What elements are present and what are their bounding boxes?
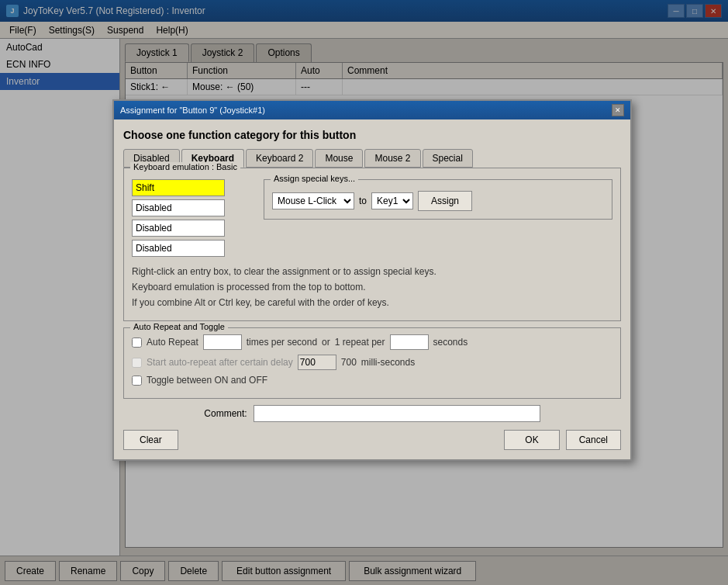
- times-per-second-input[interactable]: [203, 334, 242, 350]
- auto-repeat-group: Auto Repeat and Toggle Auto Repeat times…: [123, 327, 621, 399]
- assign-special-legend: Assign special keys...: [271, 174, 358, 183]
- modal-title-bar: Assignment for "Button 9" (Joystick#1) ✕: [114, 101, 630, 119]
- modal-heading: Choose one function category for this bu…: [123, 129, 621, 141]
- modal-close-button[interactable]: ✕: [612, 104, 624, 116]
- ok-button[interactable]: OK: [504, 430, 559, 450]
- cancel-button[interactable]: Cancel: [566, 430, 621, 450]
- ms-value: 700: [341, 357, 357, 368]
- comment-row: Comment:: [123, 405, 621, 422]
- key-slot-3[interactable]: [132, 220, 225, 237]
- start-delay-row: Start auto-repeat after certain delay 70…: [132, 355, 612, 370]
- info-line-3: If you combine Alt or Ctrl key, be caref…: [132, 297, 612, 308]
- kb-emulation-legend: Keyboard emulation : Basic: [130, 162, 240, 171]
- toggle-checkbox[interactable]: [132, 376, 142, 386]
- or-label: or: [322, 337, 330, 348]
- auto-repeat-label: Auto Repeat: [147, 337, 198, 348]
- info-line-1: Right-click an entry box, to clear the a…: [132, 266, 612, 277]
- auto-repeat-checkbox[interactable]: [132, 338, 142, 348]
- key-slot-1[interactable]: [132, 179, 225, 196]
- clear-button[interactable]: Clear: [123, 430, 178, 450]
- start-delay-label: Start auto-repeat after certain delay: [147, 357, 293, 368]
- tab-mouse2[interactable]: Mouse 2: [364, 149, 420, 168]
- key1-select[interactable]: Mouse L-Click Mouse R-Click Mouse M-Clic…: [272, 192, 354, 209]
- to-label: to: [359, 196, 367, 206]
- key-slot-4[interactable]: [132, 240, 225, 257]
- key-slots: [132, 179, 225, 257]
- key-slot-2[interactable]: [132, 199, 225, 216]
- assign-special-group: Assign special keys... Mouse L-Click Mou…: [264, 179, 612, 220]
- toggle-row: Toggle between ON and OFF: [132, 375, 612, 386]
- repeat-per-label: 1 repeat per: [335, 337, 385, 348]
- key2-select[interactable]: Key1 Key2 Key3: [371, 192, 413, 209]
- ms-input: [298, 355, 336, 370]
- repeat-per-input[interactable]: [390, 334, 429, 350]
- comment-input[interactable]: [254, 405, 540, 422]
- modal-button-row: Clear OK Cancel: [123, 430, 621, 450]
- assignment-modal: Assignment for "Button 9" (Joystick#1) ✕…: [112, 99, 632, 461]
- times-per-second-label: times per second: [247, 337, 317, 348]
- modal-content: Choose one function category for this bu…: [114, 119, 630, 459]
- kb-emulation-group: Keyboard emulation : Basic Assign specia…: [123, 168, 621, 321]
- tab-special[interactable]: Special: [423, 149, 473, 168]
- seconds-label: seconds: [433, 337, 468, 348]
- start-delay-checkbox[interactable]: [132, 358, 142, 368]
- modal-overlay: Assignment for "Button 9" (Joystick#1) ✕…: [0, 0, 728, 585]
- tab-keyboard2[interactable]: Keyboard 2: [246, 149, 313, 168]
- auto-repeat-legend: Auto Repeat and Toggle: [130, 322, 228, 331]
- comment-label: Comment:: [204, 408, 247, 419]
- auto-repeat-row: Auto Repeat times per second or 1 repeat…: [132, 334, 612, 350]
- milli-seconds-label: milli-seconds: [361, 357, 415, 368]
- info-line-2: Keyboard emulation is processed from the…: [132, 282, 612, 292]
- assign-button[interactable]: Assign: [418, 191, 472, 211]
- modal-title: Assignment for "Button 9" (Joystick#1): [120, 106, 612, 115]
- tab-mouse[interactable]: Mouse: [315, 149, 363, 168]
- toggle-label: Toggle between ON and OFF: [147, 375, 267, 386]
